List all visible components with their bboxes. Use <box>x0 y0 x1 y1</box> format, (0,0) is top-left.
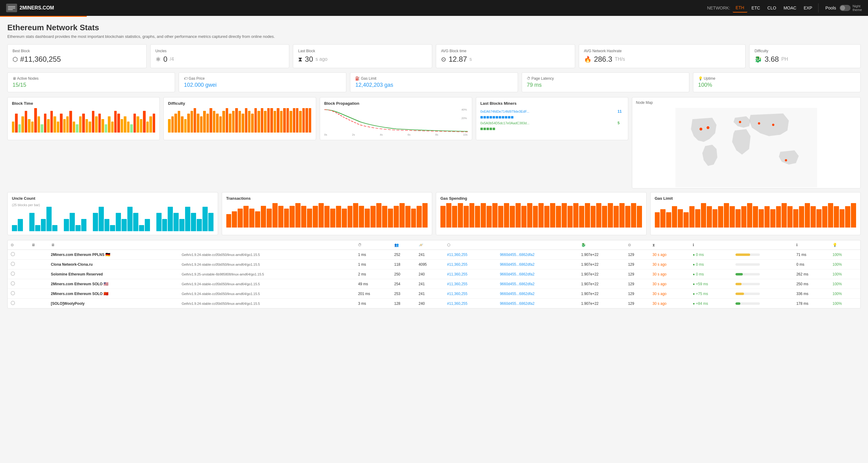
uptime-value: 100% <box>698 82 856 88</box>
propagation-chart-area: 40% 20% <box>324 108 468 132</box>
latency-bar-container <box>736 292 760 295</box>
chart-last-blocks-miners: Last Blocks Miners 0xEA674fdDe714fd979de… <box>476 97 628 140</box>
svg-point-4 <box>700 128 702 130</box>
row-last-block: 30 s ago <box>649 299 690 308</box>
row-pending: 4095 <box>416 259 444 269</box>
brand-text: 2MINERS.COM <box>20 5 54 11</box>
table-row: [SOLO]WoolyPooly Geth/v1.9.24-stable-cc0… <box>8 299 860 308</box>
active-nodes-value: 15/15 <box>12 82 170 88</box>
row-latency2: 250 ms <box>793 279 829 289</box>
map-area <box>632 108 860 188</box>
last-block-icon: ⧗ <box>298 56 302 63</box>
row-pending: 241 <box>416 279 444 289</box>
secondary-gas-price: 🏷 Gas Price 102.000 gwei <box>179 72 346 92</box>
row-latency2: 71 ms <box>793 250 829 259</box>
row-latency: 1 ms <box>355 259 391 269</box>
chart-gas-limit-area <box>655 203 857 227</box>
row-latency: 3 ms <box>355 299 391 308</box>
stat-avg-block-time-value: ⊙ 12.87s <box>441 55 570 64</box>
latency-bar-container <box>736 283 760 285</box>
stat-uncles: Uncles ⚛ 0/4 <box>150 44 289 68</box>
night-toggle[interactable]: Night theme <box>840 4 862 11</box>
svg-point-9 <box>785 159 787 161</box>
status-circle <box>11 272 15 276</box>
chart-difficulty-title: Difficulty <box>168 101 311 106</box>
row-status <box>8 299 28 308</box>
row-last-block: 30 s ago <box>649 250 690 259</box>
row-uptime: 100% <box>830 299 860 308</box>
th-latency2: ℹ <box>793 240 829 250</box>
row-difficulty: 1.907e+22 <box>578 299 625 308</box>
page-description: Ethereum stats dashboard provides the mo… <box>7 34 861 39</box>
chart-gas-spending-title: Gas Spending <box>440 196 642 200</box>
uptime-label: 💡 Uptime <box>698 76 856 81</box>
nav-moac[interactable]: MOAC <box>780 4 799 12</box>
page-latency-label: ⏱ Page Latency <box>527 76 684 81</box>
chart-block-propagation: Block Propagation 40% 20% 0s2s4s6s8s10s <box>320 97 472 140</box>
row-hash: 9660d455...6862dfa2 <box>497 279 578 289</box>
latency-bar <box>736 253 750 256</box>
page-title: Ethereum Network Stats <box>7 23 861 32</box>
row-last-block: 30 s ago <box>649 289 690 299</box>
row-name: [SOLO]WoolyPooly <box>48 299 179 308</box>
row-name: Clona Network-Clona.ru <box>48 259 179 269</box>
nodes-table-body: 2Miners.com Ethereum PPLNS 🇩🇪 Geth/v1.9.… <box>8 250 860 308</box>
row-type <box>28 250 48 259</box>
miner-addr-2: 0x5A0b54D5dc17e0AadC383d... <box>480 121 615 125</box>
table-row: 2Miners.com Ethereum SOLO 🇺🇸 Geth/v1.9.2… <box>8 279 860 289</box>
th-diff: 🐉 <box>578 240 625 250</box>
row-name: 2Miners.com Ethereum SOLO 🇺🇸 <box>48 279 179 289</box>
row-version: Geth/v1.9.24-stable-cc05b050/linux-amd64… <box>179 279 355 289</box>
row-status <box>8 259 28 269</box>
toggle-switch[interactable] <box>840 5 850 11</box>
hashrate-icon: 🔥 <box>584 56 592 63</box>
row-prop-chart <box>733 269 793 279</box>
secondary-page-latency: ⏱ Page Latency 79 ms <box>522 72 689 92</box>
stat-last-block: Last Block ⧗ 30s ago <box>293 44 432 68</box>
th-txs: ⊙ <box>625 240 649 250</box>
nav-exp[interactable]: EXP <box>801 4 815 12</box>
chart-uncle-count-subtitle: (25 blocks per bar) <box>12 203 214 207</box>
row-propagation: ● +59 ms <box>690 279 733 289</box>
row-version: Geth/v1.9.25-unstable-6b985808/linux-amd… <box>179 269 355 279</box>
logo-icon <box>6 4 17 12</box>
nav-clo[interactable]: CLO <box>765 4 779 12</box>
row-propagation: ● +84 ms <box>690 299 733 308</box>
table-row: Clona Network-Clona.ru Geth/v1.9.24-stab… <box>8 259 860 269</box>
row-block: #11,360,255 <box>444 269 497 279</box>
gas-price-value: 102.000 gwei <box>184 82 341 88</box>
row-block: #11,360,255 <box>444 289 497 299</box>
difficulty-icon: 🐉 <box>754 56 762 63</box>
row-difficulty: 1.907e+22 <box>578 279 625 289</box>
nav-etc[interactable]: ETC <box>749 4 763 12</box>
nav-eth[interactable]: ETH <box>733 3 747 12</box>
chart-block-propagation-title: Block Propagation <box>324 101 468 106</box>
th-status: ⊙ <box>8 240 28 250</box>
avg-block-time-icon: ⊙ <box>441 56 446 63</box>
gas-price-label: 🏷 Gas Price <box>184 76 341 81</box>
nav-pools[interactable]: Pools <box>822 4 840 12</box>
chart-transactions: Transactions <box>222 192 432 235</box>
stat-difficulty: Difficulty 🐉 3.68PH <box>749 44 861 68</box>
th-uptime: 💡 <box>830 240 860 250</box>
row-type <box>28 289 48 299</box>
svg-point-6 <box>739 121 741 123</box>
row-latency: 1 ms <box>355 250 391 259</box>
row-hash: 9660d455...6862dfa2 <box>497 269 578 279</box>
row-hash: 9660d455...6862dfa2 <box>497 289 578 299</box>
row-propagation: ● 0 ms <box>690 250 733 259</box>
brand: 2MINERS.COM <box>6 4 54 12</box>
svg-rect-2 <box>8 9 13 10</box>
stats-grid: Best Block ⬡ #11,360,255 Uncles ⚛ 0/4 La… <box>7 44 861 68</box>
nav-divider <box>818 3 818 12</box>
chart-difficulty: Difficulty <box>163 97 316 140</box>
main-content: Ethereum Network Stats Ethereum stats da… <box>0 17 868 319</box>
th-node: 🖥 <box>48 240 179 250</box>
latency-bar-container <box>736 263 760 266</box>
row-prop-chart <box>733 299 793 308</box>
stat-avg-hashrate: AVG Network Hashrate 🔥 286.3TH/s <box>579 44 746 68</box>
gas-limit-value: 12,402,203 gas <box>355 82 513 88</box>
row-pending: 240 <box>416 299 444 308</box>
last-blocks-miners-title: Last Blocks Miners <box>480 101 624 106</box>
latency-bar <box>736 273 743 276</box>
